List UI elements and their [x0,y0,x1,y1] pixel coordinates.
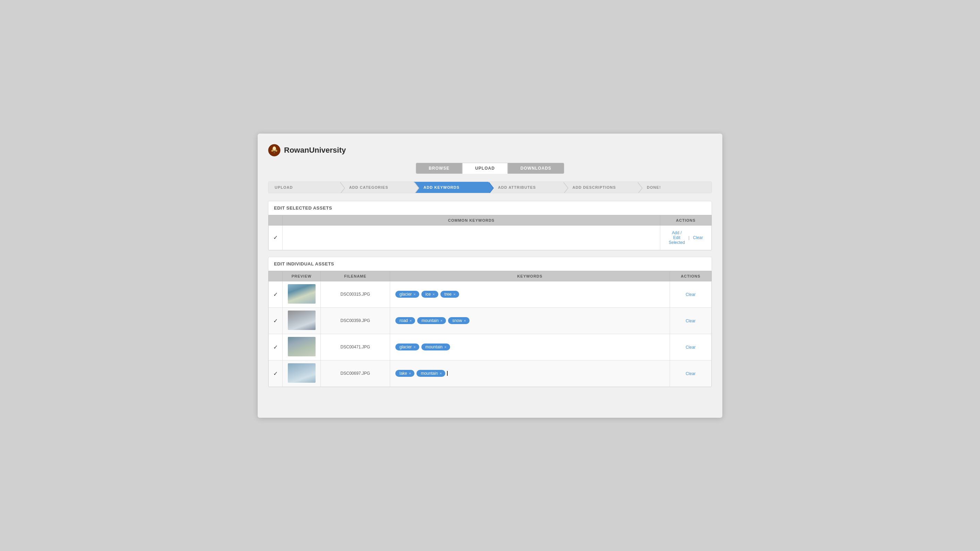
edit-selected-title: EDIT SELECTED ASSETS [269,201,711,215]
tab-downloads[interactable]: DOWNLOADS [508,163,564,174]
keyword-tag-label: snow [452,318,462,323]
edit-selected-section: EDIT SELECTED ASSETS COMMON KEYWORDS ACT… [268,201,712,250]
keyword-tag-remove[interactable]: × [409,371,411,376]
th-check [269,271,283,281]
thumbnail [288,284,315,304]
actions-cell: Clear [670,307,711,334]
th-filename: FILENAME [321,271,390,281]
keywords-cell[interactable]: road×mountain×snow× [390,307,670,334]
preview-cell [283,307,321,334]
thumbnail [288,337,315,356]
keyword-tag-label: ice [425,292,431,297]
actions-cell: Clear [670,360,711,387]
keyword-tag-label: glacier [399,344,412,349]
table-row: ✓DSC00359.JPGroad×mountain×snow×Clear [269,307,711,334]
table-row: ✓ Add / Edit Selected | Clear [269,225,711,250]
thumbnail [288,311,315,330]
keywords-cell[interactable]: glacier×ice×tree× [390,281,670,307]
keyword-tag-remove[interactable]: × [414,292,415,296]
keyword-tag: glacier× [395,291,419,298]
keyword-tag-label: mountain [425,344,442,349]
row-checkbox-cell: ✓ [269,281,283,307]
text-cursor [447,371,448,376]
keyword-tag-remove[interactable]: × [414,345,415,349]
checkmark-icon[interactable]: ✓ [273,344,278,350]
th-selected-actions: ACTIONS [660,215,711,225]
keyword-tag: tree× [441,291,459,298]
clear-row-link[interactable]: Clear [686,371,696,376]
keyword-tag-remove[interactable]: × [444,345,446,349]
rowan-logo-icon [268,144,280,156]
row-checkbox-cell: ✓ [269,307,283,334]
header: RowanUniversity [268,144,712,156]
preview-cell [283,281,321,307]
selected-checkbox-cell: ✓ [269,225,283,250]
clear-row-link[interactable]: Clear [686,318,696,323]
nav-tabs: BROWSE UPLOAD DOWNLOADS [268,163,712,174]
add-edit-selected-link[interactable]: Add / Edit Selected [668,230,685,245]
preview-cell [283,334,321,360]
tab-browse[interactable]: BROWSE [416,163,462,174]
clear-row-link[interactable]: Clear [686,345,696,350]
keyword-tag-remove[interactable]: × [433,292,434,296]
logo-text: RowanUniversity [284,146,346,155]
tab-upload[interactable]: UPLOAD [462,163,508,174]
keyword-tag: glacier× [395,344,419,350]
edit-individual-title: EDIT INDIVIDUAL ASSETS [269,257,711,271]
actions-cell: Clear [670,334,711,360]
edit-selected-table: COMMON KEYWORDS ACTIONS ✓ Add / Edit Sel… [269,215,711,250]
edit-individual-table: PREVIEW FILENAME KEYWORDS ACTIONS ✓DSC00… [269,271,711,387]
step-add-descriptions[interactable]: ADD DESCRIPTIONS [563,182,637,193]
keyword-tag: mountain× [417,317,446,324]
preview-cell [283,360,321,387]
selected-actions-cell: Add / Edit Selected | Clear [660,225,711,250]
bottom-spacer [268,393,712,404]
keyword-tag: mountain× [422,344,450,350]
th-selected-check [269,215,283,225]
keyword-tag-remove[interactable]: × [464,318,466,323]
edit-individual-section: EDIT INDIVIDUAL ASSETS PREVIEW FILENAME … [268,257,712,387]
row-checkbox-cell: ✓ [269,334,283,360]
keyword-tag-remove[interactable]: × [440,371,442,376]
keywords-input-area[interactable]: glacier×mountain× [394,340,665,354]
table-row: ✓DSC00315.JPGglacier×ice×tree×Clear [269,281,711,307]
keyword-tag-label: lake [399,371,407,376]
keyword-tag-remove[interactable]: × [453,292,455,296]
keywords-input-area[interactable]: glacier×ice×tree× [394,287,665,301]
th-preview: PREVIEW [283,271,321,281]
keyword-tag-remove[interactable]: × [410,318,412,323]
filename-cell: DSC00359.JPG [321,307,390,334]
clear-row-link[interactable]: Clear [686,292,696,297]
separator: | [688,235,689,240]
keyword-tag-label: road [399,318,408,323]
step-done[interactable]: DONE! [637,182,711,193]
keywords-cell[interactable]: lake×mountain× [390,360,670,387]
keywords-input-area[interactable]: road×mountain×snow× [394,314,665,328]
keyword-tag: ice× [422,291,438,298]
logo: RowanUniversity [268,144,346,156]
th-actions: ACTIONS [670,271,711,281]
keywords-cell[interactable]: glacier×mountain× [390,334,670,360]
page-container: RowanUniversity BROWSE UPLOAD DOWNLOADS … [258,134,722,418]
step-add-keywords[interactable]: ADD KEYWORDS [414,182,488,193]
keyword-tag-remove[interactable]: × [441,318,442,323]
checkmark-icon[interactable]: ✓ [273,318,278,324]
th-common-keywords: COMMON KEYWORDS [283,215,660,225]
clear-selected-link[interactable]: Clear [693,235,703,240]
actions-cell: Clear [670,281,711,307]
checkmark-icon[interactable]: ✓ [273,371,278,376]
step-add-categories[interactable]: ADD CATEGORIES [339,182,414,193]
keyword-tag: mountain× [417,370,445,377]
step-add-attributes[interactable]: ADD ATTRIBUTES [488,182,563,193]
filename-cell: DSC00315.JPG [321,281,390,307]
steps-breadcrumb: UPLOAD ADD CATEGORIES ADD KEYWORDS ADD A… [268,182,712,193]
th-keywords: KEYWORDS [390,271,670,281]
keyword-tag: lake× [395,370,414,377]
step-upload[interactable]: UPLOAD [269,182,339,193]
filename-cell: DSC00697.JPG [321,360,390,387]
keyword-tag-label: mountain [421,371,438,376]
keywords-input-area[interactable]: lake×mountain× [394,366,665,380]
checkmark-icon[interactable]: ✓ [273,291,278,297]
keyword-tag-label: mountain [422,318,438,323]
checkmark-icon[interactable]: ✓ [273,234,278,240]
